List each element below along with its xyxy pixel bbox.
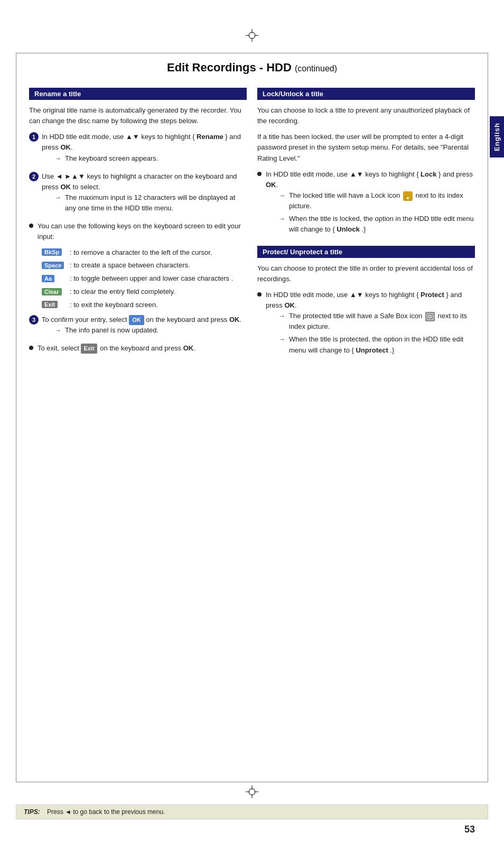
lock-intro: You can choose to lock a title to preven… [257, 105, 475, 126]
tips-label: TIPS: [24, 808, 40, 816]
key-row-space: Space : to create a space between charac… [42, 261, 247, 271]
step-2-arrow: → The maximum input is 12 characters wil… [42, 192, 247, 214]
lock-icon [403, 191, 413, 201]
key-cell-space: Space [42, 261, 66, 269]
step-2-text: Use ◄ ►▲▼ keys to highlight a character … [42, 171, 247, 216]
aa-desc: : to toggle between upper and lower case… [70, 274, 247, 284]
ok-button-inline: OK [129, 315, 144, 325]
border-bottom [16, 782, 488, 782]
clear-key: Clear [42, 288, 62, 295]
page-title: Edit Recordings - HDD (continued) [0, 0, 504, 85]
keyboard-keys-bullet: You can use the following keys on the ke… [29, 221, 247, 242]
left-column: Rename a title The original title name i… [29, 88, 247, 363]
step-1-text: In HDD title edit mode, use ▲▼ keys to h… [42, 132, 247, 165]
protect-arrow-1-text: The protected title will have a Safe Box… [289, 311, 475, 332]
arrow-icon-3: → [54, 325, 62, 336]
exit-bullet: To exit, select Exit on the keyboard and… [29, 343, 247, 354]
key-table: BkSp : to remove a character to the left… [42, 248, 247, 310]
title-suffix: (continued) [295, 64, 337, 73]
protect-arrow-1: → The protected title will have a Safe B… [266, 311, 475, 332]
protect-bullet-dot [257, 292, 262, 297]
key-cell-aa: Aa [42, 274, 66, 282]
space-key: Space [42, 262, 64, 269]
step-1-number: 1 [29, 132, 39, 142]
step-1-arrow: → The keyboard screen appears. [42, 153, 247, 164]
exit-key: Exit [42, 301, 58, 308]
bksp-desc: : to remove a character to the left of t… [70, 248, 247, 258]
border-top [16, 53, 488, 53]
arrow-icon-2: → [54, 192, 62, 214]
protect-intro: You can choose to protect the title in o… [257, 263, 475, 284]
space-desc: : to create a space between characters. [70, 261, 247, 271]
lock-arrow-icon-1: → [278, 190, 286, 211]
step-1-arrow-text: The keyboard screen appears. [65, 153, 158, 164]
tips-text: Press ◄ to go back to the previous menu. [47, 808, 165, 816]
key-row-aa: Aa : to toggle between upper and lower c… [42, 274, 247, 284]
lock-arrow-icon-2: → [278, 214, 286, 235]
title-main: Edit Recordings - HDD [167, 61, 292, 74]
exit-key-inline: Exit [81, 344, 97, 354]
bullet-dot [29, 224, 33, 228]
crosshair-top-icon [246, 29, 258, 42]
lock-section-header: Lock/Unlock a title [257, 88, 475, 100]
key-cell-clear: Clear [42, 287, 66, 295]
step-3-arrow-text: The info panel is now updated. [65, 325, 158, 336]
step-2-arrow-text: The maximum input is 12 characters will … [65, 192, 247, 214]
exit-bullet-dot [29, 346, 33, 350]
page-number: 53 [464, 824, 475, 835]
svg-point-11 [407, 197, 409, 199]
aa-key: Aa [42, 275, 54, 282]
content-area: Rename a title The original title name i… [0, 88, 504, 363]
crosshair-bottom-icon [246, 785, 258, 798]
exit-bullet-text: To exit, select Exit on the keyboard and… [38, 343, 195, 354]
rename-section-header: Rename a title [29, 88, 247, 100]
protect-arrow-2-text: When the title is protected, the option … [289, 334, 475, 355]
protect-arrow-2: → When the title is protected, the optio… [266, 334, 475, 355]
keyboard-keys-text: You can use the following keys on the ke… [38, 221, 247, 242]
exit-desc: : to exit the keyboard screen. [70, 300, 247, 310]
key-row-exit: Exit : to exit the keyboard screen. [42, 300, 247, 310]
lock-arrow-1: → The locked title will have a Lock icon… [266, 190, 475, 211]
lock-arrow-2: → When the title is locked, the option i… [266, 214, 475, 235]
step-2-number: 2 [29, 172, 39, 181]
step-3-arrow: → The info panel is now updated. [42, 325, 241, 336]
step-3-number: 3 [29, 315, 39, 325]
lock-bullet-text: In HDD title edit mode, use ▲▼ keys to h… [266, 169, 475, 237]
svg-point-15 [430, 316, 431, 317]
arrow-icon: → [54, 153, 62, 164]
safe-icon [425, 312, 435, 321]
step-2: 2 Use ◄ ►▲▼ keys to highlight a characte… [29, 171, 247, 216]
page-container: English Edit Recordings - HDD (continued… [0, 0, 504, 851]
step-1: 1 In HDD title edit mode, use ▲▼ keys to… [29, 132, 247, 165]
key-cell-exit: Exit [42, 300, 66, 309]
key-row-clear: Clear : to clear the entry field complet… [42, 287, 247, 297]
key-cell-bksp: BkSp [42, 248, 66, 256]
bksp-key: BkSp [42, 248, 62, 256]
right-column: Lock/Unlock a title You can choose to lo… [257, 88, 475, 363]
lock-bullet: In HDD title edit mode, use ▲▼ keys to h… [257, 169, 475, 237]
step-3-text: To confirm your entry, select OK on the … [42, 314, 241, 338]
protect-bullet-text: In HDD title edit mode, use ▲▼ keys to h… [266, 290, 475, 358]
protect-bullet: In HDD title edit mode, use ▲▼ keys to h… [257, 290, 475, 358]
border-left [16, 53, 16, 782]
clear-desc: : to clear the entry field completely. [70, 287, 247, 297]
lock-bullet-dot [257, 172, 262, 176]
tips-bar: TIPS: Press ◄ to go back to the previous… [16, 804, 488, 819]
rename-intro: The original title name is automatically… [29, 105, 247, 126]
lock-body: If a title has been locked, the user wil… [257, 132, 475, 163]
step-3: 3 To confirm your entry, select OK on th… [29, 314, 247, 338]
lock-arrow-2-text: When the title is locked, the option in … [289, 214, 475, 235]
border-right [488, 53, 488, 782]
lock-arrow-1-text: The locked title will have a Lock icon n… [289, 190, 475, 211]
english-tab: English [490, 116, 504, 158]
key-row-bksp: BkSp : to remove a character to the left… [42, 248, 247, 258]
protect-section-header: Protect/ Unprotect a title [257, 246, 475, 258]
protect-arrow-icon-1: → [278, 311, 286, 332]
protect-arrow-icon-2: → [278, 334, 286, 355]
